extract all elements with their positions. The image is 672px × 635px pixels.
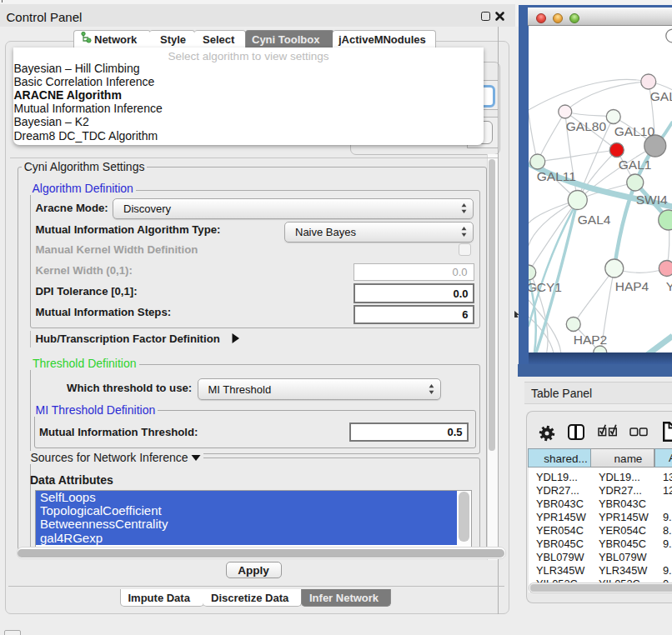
svg-text:HAP2: HAP2 xyxy=(573,332,607,347)
svg-text:GCY1: GCY1 xyxy=(529,280,562,294)
svg-text:GAL80: GAL80 xyxy=(565,119,606,133)
svg-text:GAL11: GAL11 xyxy=(536,169,575,183)
svg-text:Y: Y xyxy=(665,279,672,293)
svg-text:GAL1: GAL1 xyxy=(618,158,651,172)
svg-text:GAL10: GAL10 xyxy=(614,124,654,138)
svg-text:HAP4: HAP4 xyxy=(614,279,649,293)
svg-text:GAL4: GAL4 xyxy=(577,212,610,227)
svg-text:SWI4: SWI4 xyxy=(635,192,667,207)
svg-text:GAL8: GAL8 xyxy=(649,89,672,103)
